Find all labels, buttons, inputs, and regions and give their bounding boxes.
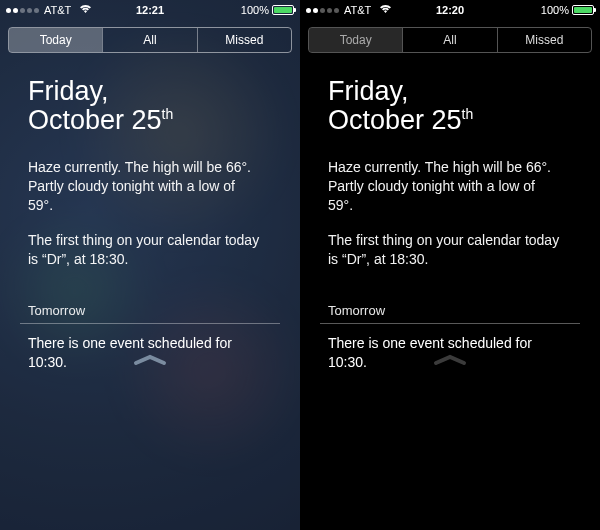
divider [320, 323, 580, 324]
tab-missed[interactable]: Missed [197, 28, 291, 52]
tomorrow-label: Tomorrow [328, 303, 580, 318]
status-bar: AT&T 12:21 100% [0, 0, 300, 20]
status-bar: AT&T 12:20 100% [300, 0, 600, 20]
tabs-segmented-control[interactable]: Today All Missed [8, 27, 292, 53]
date-weekday: Friday, [28, 77, 280, 105]
date-month-day: October 25th [28, 105, 280, 136]
tab-today[interactable]: Today [9, 28, 102, 52]
date-month-day-text: October 25 [328, 105, 462, 135]
tab-missed[interactable]: Missed [497, 28, 591, 52]
date-ordinal: th [462, 106, 474, 122]
date-month-day-text: October 25 [28, 105, 162, 135]
grabber-handle[interactable] [0, 354, 300, 366]
divider [20, 323, 280, 324]
notification-center-pane-dark: AT&T 12:20 100% Today All Missed Friday,… [300, 0, 600, 530]
status-time: 12:21 [0, 4, 300, 16]
battery-icon [572, 5, 594, 15]
tab-all[interactable]: All [402, 28, 496, 52]
date-ordinal: th [162, 106, 174, 122]
date-weekday: Friday, [328, 77, 580, 105]
date-month-day: October 25th [328, 105, 580, 136]
grabber-handle[interactable] [300, 354, 600, 366]
tab-today[interactable]: Today [309, 28, 402, 52]
calendar-summary: The first thing on your calendar today i… [28, 231, 268, 269]
battery-icon [272, 5, 294, 15]
weather-summary: Haze currently. The high will be 66°. Pa… [28, 158, 258, 215]
weather-summary: Haze currently. The high will be 66°. Pa… [328, 158, 558, 215]
calendar-summary: The first thing on your calendar today i… [328, 231, 568, 269]
today-content: Friday, October 25th Haze currently. The… [0, 53, 300, 372]
tab-all[interactable]: All [102, 28, 196, 52]
notification-center-pane-blurred: AT&T 12:21 100% Today All Missed Friday,… [0, 0, 300, 530]
today-content: Friday, October 25th Haze currently. The… [300, 53, 600, 372]
tomorrow-label: Tomorrow [28, 303, 280, 318]
tabs-segmented-control[interactable]: Today All Missed [308, 27, 592, 53]
status-time: 12:20 [300, 4, 600, 16]
